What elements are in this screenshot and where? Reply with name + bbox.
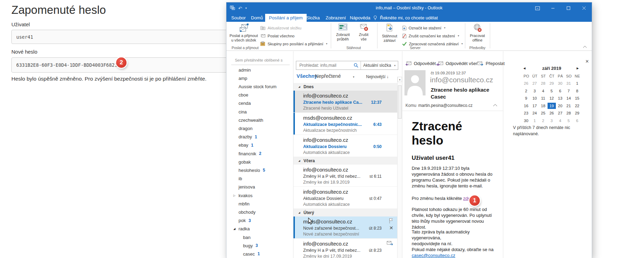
calendar-day[interactable]: 6	[573, 118, 581, 124]
calendar-day[interactable]: 10	[531, 95, 539, 101]
folder-item[interactable]: dragon	[226, 124, 293, 132]
minimize-icon[interactable]	[545, 2, 561, 14]
mail-group-header[interactable]: ◢Dnes	[293, 83, 397, 91]
undo-icon[interactable]: ↶	[238, 6, 242, 11]
folder-item[interactable]: pok3	[226, 216, 293, 225]
calendar-day[interactable]: 9	[522, 95, 530, 101]
mail-group-header[interactable]: ◢Včera	[293, 157, 397, 165]
mark-to-download-button[interactable]: Označit ke stažení▾	[402, 24, 446, 31]
mail-item[interactable]: info@consulteco.czZměny H a P vět, tříd …	[293, 165, 397, 187]
close-icon[interactable]	[576, 2, 592, 14]
folder-item[interactable]: ban	[226, 233, 293, 241]
calendar-day[interactable]: 2	[522, 88, 530, 94]
mail-item[interactable]: info@consulteco.czAktualizace Dossierust…	[293, 187, 397, 209]
reply-all-button[interactable]: Odpovědět všem	[436, 59, 479, 68]
calendar-day[interactable]: 23	[522, 110, 530, 116]
send-all-button[interactable]: Poslat všechno	[260, 32, 295, 39]
expand-folder-icon[interactable]: ▷	[233, 194, 235, 197]
send-receive-all-button[interactable]: Poslat a přijmout u všech složek	[228, 23, 259, 46]
previous-month-icon[interactable]: ◀	[523, 67, 525, 70]
tab-domu[interactable]: Domů	[247, 14, 267, 22]
calendar-day[interactable]: 7	[564, 88, 573, 94]
calendar-day[interactable]: 30	[522, 118, 530, 124]
folder-item[interactable]: bugy3	[226, 241, 293, 250]
tell-me-box[interactable]: Řekněte mi, co chcete udělat	[373, 14, 438, 22]
calendar-day[interactable]: 27	[556, 110, 564, 116]
send-receive-groups-button[interactable]: Skupiny pro posílání a přijímání▾	[260, 40, 327, 47]
to-recipient[interactable]: martin.pesina@consulteco.cz	[418, 103, 473, 108]
calendar-day[interactable]: 8	[573, 88, 581, 94]
mail-group-header[interactable]: ◢Úterý	[293, 209, 397, 216]
calendar-day[interactable]: 24	[531, 110, 539, 116]
folder-item[interactable]: obchody	[226, 208, 293, 216]
calendar-day[interactable]: 4	[556, 118, 564, 124]
delete-icon[interactable]: ✕	[389, 225, 393, 231]
list-scrollbar[interactable]: ▲	[397, 77, 402, 258]
tab-posilani-a-prijem[interactable]: Posílání a příjem	[265, 14, 307, 22]
calendar-day[interactable]: 27	[531, 80, 539, 86]
folder-item[interactable]: jenisova	[226, 183, 293, 191]
mail-item[interactable]: msds@consulteco.czAktualizace bezpečnost…	[293, 113, 397, 135]
qat-customize-icon[interactable]: ▾	[245, 7, 247, 10]
message-from[interactable]: info@consulteco.cz	[430, 76, 493, 84]
calendar-day[interactable]: 28	[564, 110, 573, 116]
calendar-day[interactable]: 16	[522, 103, 530, 109]
calendar-day[interactable]: 21	[564, 103, 573, 109]
calendar-day[interactable]: 3	[531, 88, 539, 94]
folder-item[interactable]: cina	[226, 108, 293, 116]
support-email-link[interactable]: casec@consulteco.cz	[412, 253, 455, 258]
cancel-all-button[interactable]: Zrušit vše	[354, 23, 373, 46]
calendar-day[interactable]: 1	[573, 80, 581, 86]
calendar-day[interactable]: 14	[564, 95, 573, 101]
calendar-day[interactable]: 5	[564, 118, 573, 124]
calendar-day[interactable]: 15	[573, 95, 581, 101]
calendar-day[interactable]: 19	[548, 103, 556, 109]
forward-button[interactable]: Přeposlat	[477, 59, 505, 68]
collapse-ribbon-icon[interactable]	[583, 45, 587, 49]
collapse-group-icon[interactable]: ◢	[298, 83, 300, 91]
show-progress-button[interactable]: Zobrazit průběh	[333, 23, 353, 46]
calendar-day[interactable]: 11	[539, 95, 547, 101]
folder-item[interactable]: cboe	[226, 91, 293, 99]
calendar-day[interactable]: 17	[531, 103, 539, 109]
folder-item[interactable]: ▷kvakos	[226, 191, 293, 200]
folder-item[interactable]: ebay1	[226, 141, 293, 149]
ribbon-display-options-icon[interactable]	[530, 2, 545, 14]
calendar-day[interactable]: 5	[548, 88, 556, 94]
calendar-day[interactable]: 29	[548, 80, 556, 86]
update-folder-button[interactable]: Aktualizovat složku	[260, 24, 301, 31]
unmark-download-button[interactable]: Zrušit označení ke stažení▾	[402, 32, 459, 39]
collapse-folder-icon[interactable]: ◢	[233, 227, 235, 230]
calendar-day[interactable]: 6	[556, 88, 564, 94]
calendar-day[interactable]: 4	[539, 88, 547, 94]
calendar-day[interactable]: 3	[548, 118, 556, 124]
calendar-day[interactable]: 29	[573, 110, 581, 116]
calendar-day[interactable]: 2	[539, 118, 547, 124]
calendar-day[interactable]: 25	[539, 110, 547, 116]
folder-item[interactable]: admin	[226, 66, 293, 74]
tab-zobrazeni[interactable]: Zobrazení	[322, 14, 350, 22]
scroll-up-icon[interactable]: ▲	[398, 77, 402, 82]
calendar-day[interactable]: 20	[556, 103, 564, 109]
calendar-day[interactable]: 26	[522, 80, 530, 86]
folder-item[interactable]: mbfin	[226, 200, 293, 208]
download-headers-button[interactable]: Stáhnout záhlaví	[379, 23, 400, 46]
tab-slozka[interactable]: Složka	[302, 14, 324, 22]
scroll-thumb[interactable]	[398, 85, 402, 119]
folder-item[interactable]: czechwealth	[226, 116, 293, 124]
flag-icon[interactable]	[389, 218, 393, 225]
mail-item[interactable]: info@consulteco.czZměny H a P vět, tříd …	[293, 239, 397, 258]
calendar-day[interactable]: 13	[556, 95, 564, 101]
folder-item[interactable]: hesloheslo5	[226, 166, 293, 174]
calendar-day[interactable]: 18	[539, 103, 547, 109]
folder-item[interactable]: ◢radka	[226, 225, 293, 233]
mail-item[interactable]: info@consulteco.czZtracene heslo aplikac…	[293, 91, 397, 113]
folder-item[interactable]: ib	[226, 175, 293, 183]
calendar-day[interactable]: 1	[531, 118, 539, 124]
folder-item[interactable]: financnik2	[226, 149, 293, 158]
folder-item[interactable]: gobak	[226, 158, 293, 166]
folder-item[interactable]: Aussie stock forum	[226, 82, 293, 91]
reply-button[interactable]: Odpovědět	[405, 59, 436, 68]
work-offline-button[interactable]: Pracovat offline	[467, 23, 488, 46]
collapse-group-icon[interactable]: ◢	[298, 209, 300, 216]
